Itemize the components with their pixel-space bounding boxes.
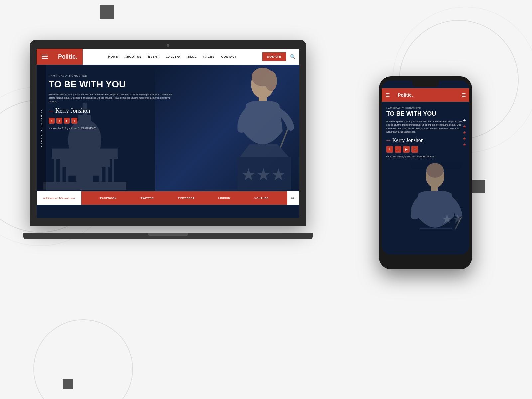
footer-youtube[interactable]: YOUTUBE bbox=[254, 197, 269, 200]
site-footer: politicalserv11@gmail.com FACEBOOK TWITT… bbox=[37, 191, 299, 205]
laptop-mockup: Politic. HOME ABOUT US EVENT GALLERY BLO… bbox=[30, 40, 306, 239]
svg-rect-9 bbox=[54, 159, 56, 182]
footer-linkedin[interactable]: LINKDIN bbox=[218, 197, 230, 200]
hero-signature: Kerry Jonshon bbox=[49, 107, 175, 114]
hero-contact-info: kerryjonshon11@gmail.com / +088912345678 bbox=[49, 127, 175, 129]
phone-site-header: ☰ Politic. ☰ bbox=[382, 88, 469, 102]
youtube-icon[interactable]: ▶ bbox=[64, 118, 70, 124]
hero-social-links: f t ▶ p bbox=[49, 118, 175, 124]
phone-hero: I AM REALLY HONOURED TO BE WITH YOU Hone… bbox=[382, 102, 469, 163]
footer-phone: +0... bbox=[287, 197, 299, 200]
nav-blog[interactable]: BLOG bbox=[188, 55, 197, 58]
phone-social-links: f t ▶ p bbox=[386, 146, 465, 153]
hero-side-text: KERRRYY JONSHON bbox=[37, 65, 46, 191]
svg-point-17 bbox=[265, 71, 277, 91]
laptop-camera bbox=[167, 44, 169, 47]
star-3: ★ bbox=[463, 130, 466, 135]
hero-section: KERRRYY JONSHON I AM REALLY HONOURED TO … bbox=[37, 65, 299, 191]
phone-decorative-stars: ★★ bbox=[442, 212, 463, 226]
hero-title: TO BE WITH YOU bbox=[49, 79, 175, 90]
phone-star-ratings: ★ ★ ★ ★ ★ bbox=[463, 118, 466, 147]
phone-screen: ☰ Politic. ☰ I AM REALLY HONOURED TO BE … bbox=[382, 80, 469, 255]
decorative-square-1 bbox=[100, 5, 114, 19]
star-5: ★ bbox=[463, 142, 466, 147]
phone-menu-right[interactable]: ☰ bbox=[458, 88, 469, 102]
phone-hero-subtitle: I AM REALLY HONOURED bbox=[386, 107, 465, 109]
svg-point-23 bbox=[426, 163, 444, 178]
phone-twitter-icon[interactable]: t bbox=[395, 146, 401, 153]
site-header: Politic. HOME ABOUT US EVENT GALLERY BLO… bbox=[37, 49, 299, 65]
pinterest-icon[interactable]: p bbox=[71, 118, 77, 124]
nav-event[interactable]: EVENT bbox=[148, 55, 159, 58]
svg-rect-13 bbox=[106, 159, 108, 182]
svg-rect-12 bbox=[99, 159, 102, 182]
phone-hero-image: ★★ bbox=[382, 163, 469, 229]
hero-content: I AM REALLY HONOURED TO BE WITH YOU Hone… bbox=[49, 74, 175, 129]
phone-contact-info: kerryjonshon11@gmail.com / +088912345678 bbox=[386, 155, 465, 158]
search-icon: 🔍 bbox=[290, 54, 296, 59]
twitter-icon[interactable]: t bbox=[56, 118, 62, 124]
phone-hamburger-icon: ☰ bbox=[386, 92, 390, 98]
menu-button[interactable] bbox=[37, 49, 53, 65]
facebook-icon[interactable]: f bbox=[49, 118, 55, 124]
footer-pinterest[interactable]: PINTEREST bbox=[178, 197, 194, 200]
star-4: ★ bbox=[463, 136, 466, 141]
laptop-body: Politic. HOME ABOUT US EVENT GALLERY BLO… bbox=[30, 40, 306, 226]
nav-about[interactable]: ABOUT US bbox=[124, 55, 141, 58]
phone-youtube-icon[interactable]: ▶ bbox=[403, 146, 410, 153]
hero-image: ★★★ bbox=[155, 65, 300, 191]
hero-description: Honestly speaking i am passionate about … bbox=[49, 93, 175, 104]
site-nav: HOME ABOUT US EVENT GALLERY BLOG PAGES C… bbox=[83, 55, 262, 58]
svg-rect-14 bbox=[112, 159, 114, 182]
phone-signature: Kerry Jonshon bbox=[386, 137, 465, 143]
phone-body: ☰ Politic. ☰ I AM REALLY HONOURED TO BE … bbox=[379, 76, 472, 269]
star-1: ★ bbox=[463, 118, 466, 123]
decorative-square-3 bbox=[472, 180, 485, 193]
nav-pages[interactable]: PAGES bbox=[203, 55, 214, 58]
star-2: ★ bbox=[463, 124, 466, 129]
donate-button[interactable]: DONATE bbox=[262, 52, 286, 61]
nav-contact[interactable]: CONTACT bbox=[221, 55, 237, 58]
laptop-screen: Politic. HOME ABOUT US EVENT GALLERY BLO… bbox=[37, 49, 299, 218]
phone-hero-description: Honestly speaking i am passionate about … bbox=[386, 120, 465, 134]
footer-social-bar: FACEBOOK TWITTER PINTEREST LINKDIN YOUTU… bbox=[81, 191, 287, 205]
phone-menu-right-icon: ☰ bbox=[462, 92, 466, 98]
phone-facebook-icon[interactable]: f bbox=[386, 146, 393, 153]
nav-home[interactable]: HOME bbox=[108, 55, 118, 58]
hamburger-icon bbox=[42, 55, 48, 59]
phone-mockup: ☰ Politic. ☰ I AM REALLY HONOURED TO BE … bbox=[379, 76, 472, 269]
site-logo: Politic. bbox=[53, 49, 83, 65]
search-button[interactable]: 🔍 bbox=[286, 49, 299, 65]
phone-site-logo: Politic. bbox=[394, 88, 458, 102]
phone-menu-button[interactable]: ☰ bbox=[382, 88, 394, 102]
footer-facebook[interactable]: FACEBOOK bbox=[100, 197, 117, 200]
decorative-stars: ★★★ bbox=[241, 165, 286, 184]
nav-gallery[interactable]: GALLERY bbox=[166, 55, 181, 58]
phone-notch bbox=[412, 80, 439, 87]
laptop-base bbox=[23, 233, 313, 239]
svg-rect-10 bbox=[60, 159, 63, 182]
decorative-circle-5 bbox=[33, 319, 133, 399]
footer-twitter[interactable]: TWITTER bbox=[141, 197, 154, 200]
footer-email: politicalserv11@gmail.com bbox=[37, 197, 81, 200]
logo-text: Politic. bbox=[58, 53, 77, 60]
phone-pinterest-icon[interactable]: p bbox=[411, 146, 418, 153]
svg-rect-11 bbox=[66, 159, 69, 182]
decorative-square-2 bbox=[63, 379, 73, 389]
svg-rect-4 bbox=[43, 182, 126, 190]
phone-hero-title: TO BE WITH YOU bbox=[386, 111, 465, 117]
hero-subtitle: I AM REALLY HONOURED bbox=[49, 74, 175, 77]
